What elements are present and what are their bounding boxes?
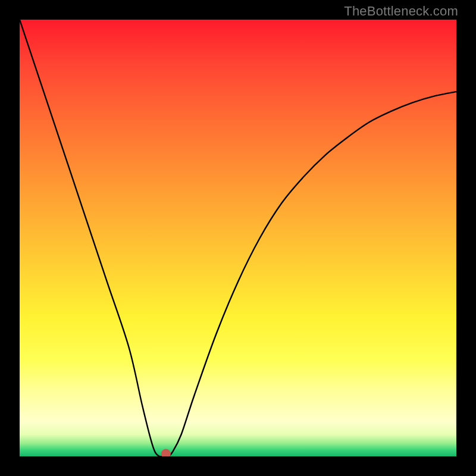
- chart-frame: TheBottleneck.com: [0, 0, 476, 476]
- curve-svg: [20, 20, 456, 456]
- plot-area: [20, 20, 456, 456]
- minimum-marker: [161, 449, 171, 456]
- bottleneck-curve: [20, 20, 456, 456]
- watermark-text: TheBottleneck.com: [344, 4, 458, 19]
